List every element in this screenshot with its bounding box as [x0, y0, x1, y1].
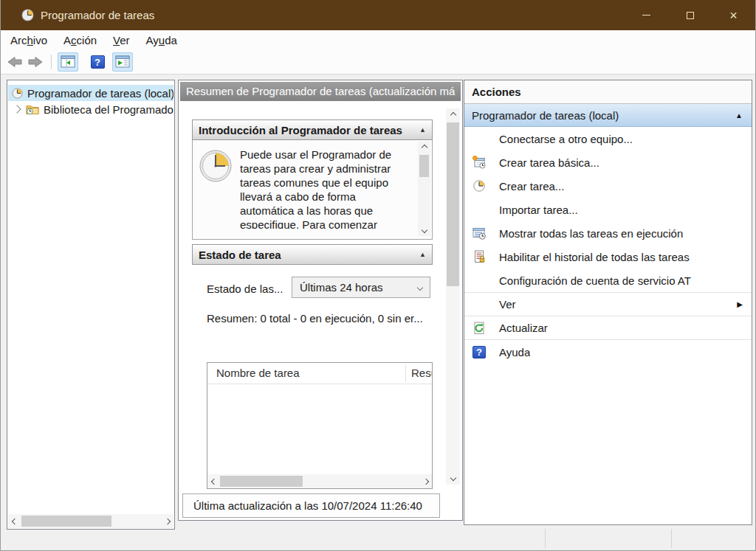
column-divider: [405, 365, 406, 382]
menubar: Archivo Acción Ver Ayuda: [1, 30, 755, 50]
tree-item-label: Biblioteca del Programador de tareas: [44, 103, 173, 116]
action-create-basic-task[interactable]: Crear tarea básica...: [464, 150, 752, 174]
help-toolbar-button[interactable]: ?: [87, 52, 108, 72]
scroll-up-arrow[interactable]: [446, 108, 460, 122]
folder-clock-icon: [26, 103, 39, 115]
action-pane-icon: [115, 55, 130, 69]
summary-vertical-scrollbar[interactable]: [446, 108, 460, 485]
toolbar-separator: [51, 55, 52, 69]
tree-item-label: Programador de tareas (local): [27, 87, 173, 100]
statusbar-divider: [671, 529, 672, 548]
status-period-value: Últimas 24 horas: [300, 281, 383, 294]
column-header-task-name[interactable]: Nombre de tarea: [216, 367, 300, 379]
status-summary-line: Resumen: 0 total - 0 en ejecución, 0 sin…: [207, 312, 433, 325]
menu-ayuda[interactable]: Ayuda: [138, 34, 185, 46]
enable-history-icon: [472, 250, 486, 263]
console-tree-icon: [61, 55, 75, 69]
actions-group-title: Programador de tareas (local): [472, 109, 619, 122]
summary-panel: Resumen de Programador de tareas (actual…: [178, 80, 463, 521]
tree-item-task-library[interactable]: Biblioteca del Programador de tareas: [8, 101, 173, 117]
intro-section-header[interactable]: Introducción al Programador de tareas ▲: [192, 119, 433, 140]
show-running-tasks-icon: [472, 226, 486, 240]
create-basic-task-icon: [472, 156, 486, 169]
minimize-button[interactable]: [625, 0, 668, 30]
table-header-row: Nombre de tarea Resu: [207, 363, 432, 384]
scroll-left-arrow[interactable]: [8, 514, 21, 528]
statusbar-divider: [545, 529, 546, 548]
intro-scrollbar[interactable]: [418, 142, 430, 236]
scroll-up-arrow[interactable]: [418, 142, 430, 153]
action-show-running-tasks[interactable]: Mostrar todas las tareas en ejecución: [464, 221, 752, 245]
intro-text: Puede usar el Programador de tareas para…: [240, 148, 413, 229]
menu-accion[interactable]: Acción: [55, 34, 105, 46]
task-scheduler-clock-icon: [21, 9, 34, 21]
actions-group-header[interactable]: Programador de tareas (local) ▲: [464, 104, 752, 127]
actions-panel-title: Acciones: [464, 80, 752, 104]
scroll-left-arrow[interactable]: [207, 474, 220, 488]
action-connect-to-another-computer[interactable]: Conectarse a otro equipo...: [464, 127, 752, 150]
minimize-icon: [642, 15, 650, 15]
maximize-icon: [687, 12, 694, 19]
toolbar: ?: [1, 50, 755, 74]
scrollbar-thumb[interactable]: [220, 476, 303, 487]
scroll-right-arrow[interactable]: [419, 474, 432, 488]
back-arrow-icon[interactable]: [7, 56, 23, 68]
action-enable-task-history[interactable]: Habilitar el historial de todas las tare…: [464, 245, 752, 268]
window-controls: ×: [625, 0, 755, 30]
collapse-arrow-icon[interactable]: ▲: [735, 111, 743, 119]
actions-panel: Acciones Programador de tareas (local) ▲…: [464, 80, 752, 525]
action-import-task[interactable]: Importar tarea...: [464, 198, 752, 221]
menu-archivo[interactable]: Archivo: [2, 34, 55, 46]
help-icon: ?: [472, 346, 486, 358]
status-period-select[interactable]: Últimas 24 horas: [292, 277, 430, 298]
refresh-icon: [472, 322, 486, 335]
scroll-down-arrow[interactable]: [418, 224, 430, 236]
task-status-section-title: Estado de tarea: [199, 249, 281, 261]
intro-section-body: Puede usar el Programador de tareas para…: [192, 140, 433, 240]
app-window: Programador de tareas × Archivo Acción V…: [0, 0, 756, 551]
expand-chevron-icon[interactable]: [13, 105, 21, 113]
task-status-section-header[interactable]: Estado de tarea ▲: [192, 244, 433, 265]
action-create-task[interactable]: Crear tarea...: [464, 174, 752, 198]
create-task-icon: [472, 179, 486, 193]
collapse-arrow-icon[interactable]: ▲: [419, 251, 426, 258]
scroll-down-arrow[interactable]: [446, 471, 460, 485]
window-title: Programador de tareas: [41, 9, 154, 21]
maximize-button[interactable]: [668, 0, 712, 30]
collapse-arrow-icon[interactable]: ▲: [419, 126, 426, 134]
forward-arrow-icon[interactable]: [27, 56, 44, 68]
intro-section-title: Introducción al Programador de tareas: [199, 124, 402, 136]
action-help[interactable]: ? Ayuda: [464, 340, 752, 364]
scrollbar-thumb[interactable]: [21, 516, 111, 527]
action-refresh[interactable]: Actualizar: [464, 316, 752, 339]
clock-illustration-icon: [199, 149, 233, 183]
table-horizontal-scrollbar[interactable]: [207, 474, 432, 488]
tree-horizontal-scrollbar[interactable]: [8, 514, 173, 528]
column-header-result[interactable]: Resu: [411, 367, 432, 379]
scrollbar-thumb[interactable]: [419, 155, 429, 177]
last-refresh-bar: Última actualización a las 10/07/2024 11…: [182, 493, 440, 518]
tree-item-task-scheduler-local[interactable]: Programador de tareas (local): [8, 85, 173, 101]
action-at-service-account-configuration[interactable]: Configuración de cuenta de servicio AT: [464, 268, 752, 292]
titlebar: Programador de tareas ×: [1, 0, 755, 30]
action-view[interactable]: Ver ▶: [464, 293, 752, 316]
chevron-down-icon: [417, 284, 423, 290]
console-tree-panel: Programador de tareas (local) Biblioteca…: [7, 80, 175, 530]
show-action-pane-button[interactable]: [112, 52, 133, 72]
status-filter-label: Estado de las...: [207, 283, 283, 295]
show-console-tree-button[interactable]: [58, 52, 78, 72]
summary-panel-header: Resumen de Programador de tareas (actual…: [180, 82, 461, 101]
scrollbar-thumb[interactable]: [447, 122, 459, 286]
task-status-table: Nombre de tarea Resu: [207, 362, 433, 489]
help-icon: ?: [91, 55, 105, 69]
close-button[interactable]: ×: [712, 0, 755, 30]
submenu-arrow-icon: ▶: [737, 300, 743, 308]
close-icon: ×: [729, 9, 738, 22]
clock-icon: [12, 88, 23, 99]
last-refresh-text: Última actualización a las 10/07/2024 11…: [193, 499, 422, 512]
menu-ver[interactable]: Ver: [105, 34, 138, 46]
scroll-right-arrow[interactable]: [161, 514, 173, 528]
